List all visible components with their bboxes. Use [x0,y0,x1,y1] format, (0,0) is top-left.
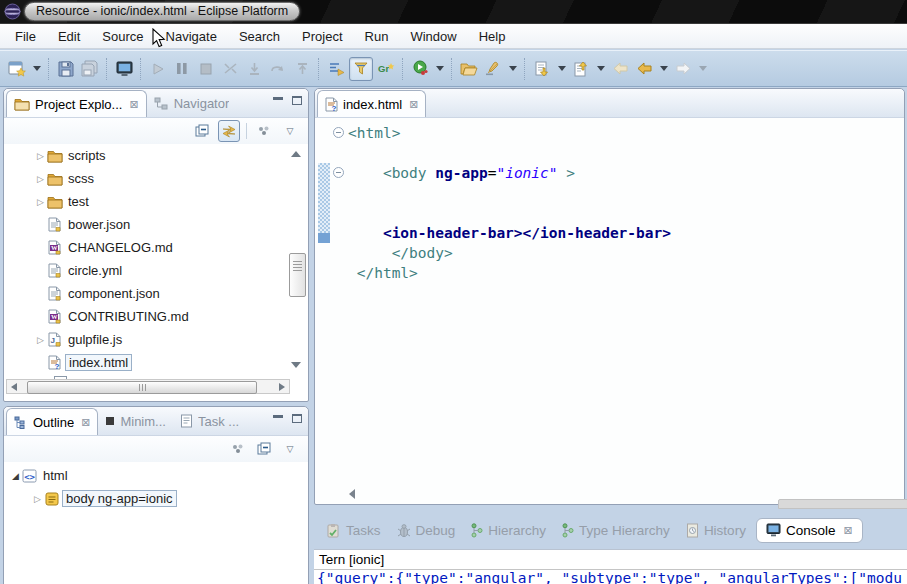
svg-text:<>: <> [24,471,35,481]
show-selected-element-button[interactable] [325,58,347,80]
view-tab-label: Hierarchy [488,523,546,538]
tree-item-label: gulpfile.js [68,332,122,347]
menu-run[interactable]: Run [354,26,400,47]
tree-item-gulpfile-js[interactable]: ▷Jgulpfile.js [35,328,308,351]
close-tab-icon[interactable]: ⊠ [843,524,852,537]
previous-annotation-dropdown[interactable] [594,58,607,80]
menu-file[interactable]: File [4,26,47,47]
fold-marker[interactable] [333,127,344,138]
expanded-arrow-icon[interactable]: ◢ [10,471,21,481]
tree-item-html[interactable]: ◢<>html [10,464,308,487]
tree-item-changelog-md[interactable]: WCHANGELOG.md [35,236,308,259]
step-return-button[interactable] [291,58,313,80]
step-over-button[interactable] [267,58,289,80]
maximize-view-button[interactable] [292,96,302,105]
tab-minim-[interactable]: Minim... [98,407,173,435]
tree-item-index-html[interactable]: ?index.html [35,351,308,374]
tab-outline[interactable]: Outline⊠ [6,408,98,435]
resume-button[interactable] [147,58,169,80]
annotate-button[interactable] [482,58,504,80]
tree-item-bower-json[interactable]: bower.json [35,213,308,236]
history-icon [686,523,699,538]
disconnect-button[interactable] [219,58,241,80]
tab-navigator[interactable]: Navigator [147,89,237,117]
tab-task-[interactable]: Task ... [173,407,246,435]
link-with-editor-button[interactable] [218,120,240,142]
maximize-view-button[interactable] [292,414,302,423]
suspend-button[interactable] [171,58,193,80]
tree-item-test[interactable]: ▷test [35,190,308,213]
menu-source[interactable]: Source [91,26,154,47]
toggle-mark-occurrences-button[interactable] [349,57,373,81]
close-tab-icon[interactable]: ⊠ [81,416,90,429]
console-body[interactable]: Tern [ionic] {"query":{"type":"angular",… [314,549,907,584]
save-button[interactable] [55,58,77,80]
tab-index-html[interactable]: ?index.html⊠ [317,90,426,117]
horizontal-scrollbar-thumb[interactable] [27,381,257,394]
menu-help[interactable]: Help [468,26,517,47]
editor-scroll-left-arrow[interactable] [349,489,355,499]
tree-item-body-ng-app-ionic[interactable]: ▷body ng-app=ionic [10,487,308,510]
pause-icon [176,62,188,75]
tree-item-scripts[interactable]: ▷scripts [35,144,308,167]
scroll-left-arrow[interactable] [11,383,17,391]
step-into-button[interactable] [243,58,265,80]
annotate-dropdown[interactable] [506,58,519,80]
back-dropdown[interactable] [657,58,670,80]
fold-marker[interactable] [333,167,344,178]
view-tab-tasks[interactable]: Tasks [320,519,387,542]
minimize-view-button[interactable] [273,96,283,105]
collapse-all-button[interactable] [192,121,212,141]
save-all-button[interactable] [79,58,101,80]
view-dots-icon[interactable] [254,121,274,141]
run-dropdown[interactable] [433,58,446,80]
new-wizard-dropdown[interactable] [30,58,43,80]
menu-project[interactable]: Project [291,26,353,47]
next-annotation-dropdown[interactable] [555,58,568,80]
back-button[interactable] [633,58,655,80]
run-button[interactable] [409,58,431,80]
tree-item-component-json[interactable]: component.json [35,282,308,305]
tree-item-circle-yml[interactable]: circle.yml [35,259,308,282]
view-menu-button[interactable]: ▽ [280,121,300,141]
back-to-left-button[interactable] [609,58,631,80]
scroll-up-arrow[interactable] [291,151,301,157]
open-console-button[interactable] [113,58,135,80]
scroll-down-arrow[interactable] [291,362,301,368]
view-tab-history[interactable]: History [680,519,752,542]
close-tab-icon[interactable]: ⊠ [409,98,418,111]
menu-edit[interactable]: Edit [47,26,91,47]
forward-button[interactable] [672,58,694,80]
view-menu-button[interactable]: ▽ [280,439,300,459]
view-tab-type-hierarchy[interactable]: Type Hierarchy [556,519,676,542]
horizontal-scrollbar[interactable] [6,379,290,394]
next-annotation-icon [534,61,550,77]
menu-window[interactable]: Window [399,26,467,47]
minimize-view-button[interactable] [273,414,283,423]
tree-item-scss[interactable]: ▷scss [35,167,308,190]
collapsed-arrow-icon[interactable]: ▷ [35,174,46,184]
collapsed-arrow-icon[interactable]: ▷ [32,494,43,504]
collapsed-arrow-icon[interactable]: ▷ [35,197,46,207]
view-tab-hierarchy[interactable]: Hierarchy [465,519,552,542]
view-tab-console[interactable]: Console⊠ [756,518,863,543]
collapsed-arrow-icon[interactable]: ▷ [35,335,46,345]
new-wizard-button[interactable] [6,58,28,80]
open-resource-button[interactable] [458,58,480,80]
collapse-all-button[interactable] [254,439,274,459]
tree-item-contributing-md[interactable]: WCONTRIBUTING.md [35,305,308,328]
menu-search[interactable]: Search [228,26,291,47]
vertical-scrollbar-thumb[interactable] [289,253,306,297]
scroll-right-arrow[interactable] [279,383,285,391]
forward-dropdown[interactable] [696,58,709,80]
previous-annotation-button[interactable] [570,58,592,80]
close-tab-icon[interactable]: ⊠ [129,98,138,111]
view-dots-icon[interactable] [228,439,248,459]
terminate-button[interactable] [195,58,217,80]
tab-project-explo-[interactable]: Project Explo...⊠ [6,90,147,117]
code-editor[interactable]: <html><body ng-app="ionic" ><ion-header-… [315,118,904,504]
next-annotation-button[interactable] [531,58,553,80]
grammar-constructs-button[interactable]: Gr [375,58,397,80]
collapsed-arrow-icon[interactable]: ▷ [35,151,46,161]
view-tab-debug[interactable]: Debug [391,519,462,542]
